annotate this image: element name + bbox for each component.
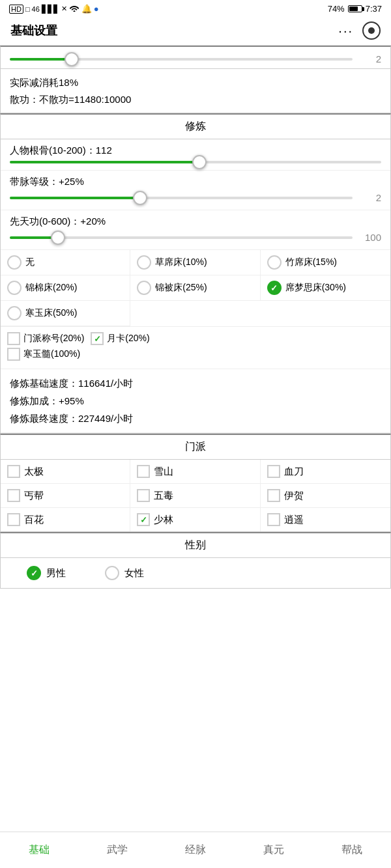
meridian-value: 2 — [358, 192, 381, 203]
network-icon: □ — [25, 5, 30, 13]
faction-checkbox-8[interactable] — [267, 513, 280, 526]
bed-option-cao[interactable]: 草席床(10%) — [130, 250, 260, 275]
menpai-checkbox[interactable] — [7, 332, 20, 345]
meridian-track[interactable] — [10, 197, 353, 199]
faction-item-4[interactable]: 五毒 — [130, 484, 260, 508]
root-bone-track[interactable] — [10, 161, 381, 163]
faction-item-6[interactable]: 百花 — [1, 508, 130, 531]
bed-option-xi[interactable]: 席梦思床(30%) — [261, 275, 390, 301]
tab-武学[interactable]: 武学 — [78, 832, 156, 868]
tab-bar: 基础武学经脉真元帮战 — [0, 832, 391, 868]
yueka-checkbox-item[interactable]: 月卡(20%) — [91, 332, 149, 345]
female-label: 女性 — [124, 567, 144, 580]
app-header: 基础设置 ··· — [0, 16, 391, 46]
menpai-checkbox-item[interactable]: 门派称号(20%) — [7, 332, 84, 345]
female-radio[interactable] — [105, 566, 119, 580]
faction-item-3[interactable]: 丐帮 — [1, 484, 130, 508]
hansuiji-label: 寒玉髓(100%) — [23, 348, 80, 360]
stats-line2: 修炼加成：+95% — [10, 392, 381, 410]
stats-line1: 修炼基础速度：116641/小时 — [10, 374, 381, 392]
yueka-label: 月卡(20%) — [107, 333, 149, 344]
faction-label-4: 五毒 — [154, 490, 173, 502]
tab-帮战[interactable]: 帮战 — [313, 832, 391, 868]
faction-checkbox-2[interactable] — [267, 465, 280, 478]
faction-checkbox-6[interactable] — [7, 513, 20, 526]
notify-icon: 🔔 — [81, 4, 92, 14]
gender-radio-group: 男性 女性 — [1, 558, 390, 588]
battery-percent: 74% — [328, 4, 345, 14]
meridian-slider-row: 2 — [1, 189, 390, 210]
faction-item-5[interactable]: 伊贺 — [261, 484, 390, 508]
xiantian-value: 100 — [358, 232, 381, 243]
tab-基础[interactable]: 基础 — [0, 832, 78, 868]
faction-item-8[interactable]: 逍遥 — [261, 508, 390, 531]
wifi-icon — [69, 4, 80, 14]
top-slider-container: 2 — [10, 53, 381, 64]
x-icon: ✕ — [61, 5, 67, 13]
faction-checkbox-7[interactable] — [137, 513, 150, 526]
record-button[interactable] — [362, 21, 381, 40]
meridian-label: 带脉等级：+25% — [1, 171, 390, 189]
bonus-checkbox-section: 门派称号(20%) 月卡(20%) 寒玉髓(100%) — [1, 327, 390, 369]
clock: 7:37 — [366, 4, 382, 14]
bed-radio-zhu[interactable] — [267, 255, 282, 270]
male-radio[interactable] — [27, 566, 41, 580]
info-section: 实际减消耗18% 散功：不散功=11480:10000 — [0, 69, 391, 113]
tab-真元[interactable]: 真元 — [235, 832, 313, 868]
hansuiji-checkbox-item[interactable]: 寒玉髓(100%) — [7, 348, 80, 361]
faction-item-2[interactable]: 血刀 — [261, 460, 390, 484]
stats-line3: 修炼最终速度：227449/小时 — [10, 410, 381, 427]
meridian-thumb[interactable] — [133, 191, 147, 205]
faction-label-1: 雪山 — [154, 466, 173, 478]
xiantian-thumb[interactable] — [51, 231, 65, 245]
gender-section: 性别 男性 女性 — [0, 532, 391, 589]
status-bar: HD □ 46 ▋▋▋ ✕ 🔔 ● 74% 7:37 — [0, 0, 391, 16]
bed-option-jinbei[interactable]: 锦被床(25%) — [130, 275, 260, 301]
bed-radio-wu[interactable] — [7, 255, 22, 270]
top-slider-thumb[interactable] — [65, 52, 79, 66]
status-bar-left: HD □ 46 ▋▋▋ ✕ 🔔 ● — [9, 4, 99, 14]
bed-radio-xi[interactable] — [267, 281, 282, 295]
status-bar-right: 74% 7:37 — [328, 4, 382, 14]
yueka-checkbox[interactable] — [91, 332, 104, 345]
faction-item-0[interactable]: 太极 — [1, 460, 130, 484]
bed-option-hanyu[interactable]: 寒玉床(50%) — [1, 301, 130, 326]
bed-radio-jin[interactable] — [7, 281, 22, 295]
top-slider-track[interactable] — [10, 58, 353, 61]
bed-option-zhu[interactable]: 竹席床(15%) — [261, 250, 390, 275]
signal-icon: 46 — [32, 5, 40, 13]
bed-label-jin: 锦棉床(20%) — [25, 282, 77, 294]
hansuiji-checkbox[interactable] — [7, 348, 20, 361]
faction-item-7[interactable]: 少林 — [130, 508, 260, 531]
tab-经脉[interactable]: 经脉 — [156, 832, 235, 868]
bed-option-wu[interactable]: 无 — [1, 250, 130, 275]
root-bone-slider — [10, 161, 381, 163]
faction-checkbox-5[interactable] — [267, 489, 280, 502]
info-line2: 散功：不散功=11480:10000 — [10, 91, 381, 108]
bed-radio-cao[interactable] — [137, 255, 151, 270]
extra-icon: ● — [94, 4, 99, 14]
xiantian-label: 先天功(0-600)：+20% — [1, 210, 390, 229]
bed-radio-hanyu[interactable] — [7, 306, 22, 320]
faction-item-1[interactable]: 雪山 — [130, 460, 260, 484]
bed-radio-jinbei[interactable] — [137, 281, 151, 295]
battery-icon — [348, 5, 362, 12]
female-option[interactable]: 女性 — [105, 566, 144, 580]
faction-checkbox-1[interactable] — [137, 465, 150, 478]
xiantian-slider: 100 — [10, 232, 381, 243]
faction-checkbox-3[interactable] — [7, 489, 20, 502]
xiantian-track[interactable] — [10, 236, 353, 239]
checkbox-row2: 寒玉髓(100%) — [7, 348, 384, 361]
faction-checkbox-0[interactable] — [7, 465, 20, 478]
male-option[interactable]: 男性 — [27, 566, 66, 580]
bed-label-wu: 无 — [25, 257, 35, 268]
faction-label-3: 丐帮 — [24, 490, 44, 502]
record-inner — [368, 27, 375, 34]
faction-label-0: 太极 — [24, 466, 44, 478]
hd-icon: HD — [9, 5, 23, 14]
root-bone-thumb[interactable] — [192, 155, 207, 169]
more-button[interactable]: ··· — [338, 23, 353, 38]
header-actions: ··· — [338, 21, 381, 40]
bed-option-jin[interactable]: 锦棉床(20%) — [1, 275, 130, 301]
faction-checkbox-4[interactable] — [137, 489, 150, 502]
